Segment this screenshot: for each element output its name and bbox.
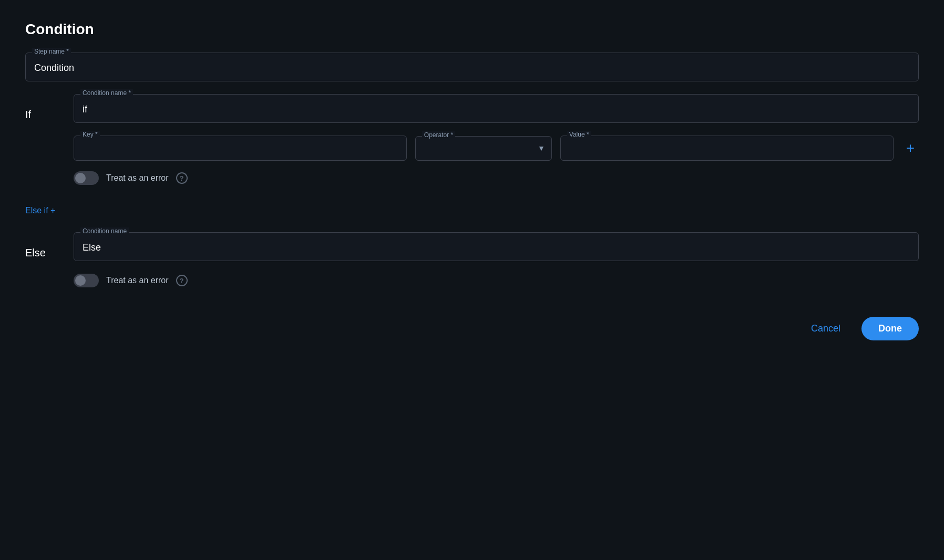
operator-field: Operator * Equals Not Equals Contains Gr… <box>415 136 552 161</box>
else-section: Else Condition name Treat as an error ? <box>25 232 919 292</box>
value-field: Value * <box>560 136 894 161</box>
else-label: Else <box>25 232 57 259</box>
else-if-button[interactable]: Else if + <box>25 206 55 215</box>
step-name-field: Step name * <box>25 53 919 81</box>
treat-as-error-1-row: Treat as an error ? <box>74 171 919 185</box>
done-button[interactable]: Done <box>861 317 919 340</box>
if-content: Condition name * Key * Operator * Equals… <box>74 94 919 189</box>
if-condition-name-input[interactable] <box>74 95 918 122</box>
value-input[interactable] <box>561 136 893 160</box>
else-content: Condition name Treat as an error ? <box>74 232 919 292</box>
operator-select[interactable]: Equals Not Equals Contains Greater Than … <box>416 137 551 160</box>
key-operator-value-row: Key * Operator * Equals Not Equals Conta… <box>74 136 919 161</box>
treat-as-error-2-toggle[interactable] <box>74 274 99 287</box>
step-name-label: Step name * <box>32 48 71 55</box>
if-condition-name-wrapper: Condition name * <box>74 94 919 123</box>
toggle-2-thumb <box>75 275 86 286</box>
value-label: Value * <box>567 131 591 138</box>
if-condition-name-label: Condition name * <box>80 89 133 97</box>
else-condition-name-input[interactable] <box>74 233 918 261</box>
if-section: If Condition name * Key * Operator * Equ… <box>25 94 919 189</box>
operator-label: Operator * <box>422 131 455 139</box>
page-title: Condition <box>25 21 919 38</box>
step-name-input[interactable] <box>26 53 918 81</box>
else-condition-name-field: Condition name <box>74 232 919 261</box>
else-condition-name-wrapper: Condition name <box>74 232 919 261</box>
treat-as-error-1-toggle[interactable] <box>74 171 99 185</box>
key-field: Key * <box>74 136 407 161</box>
key-label: Key * <box>80 131 100 138</box>
key-input[interactable] <box>74 136 406 160</box>
if-label: If <box>25 94 57 121</box>
step-name-field-group: Step name * <box>25 53 919 81</box>
toggle-2-track <box>74 274 99 287</box>
treat-as-error-2-label: Treat as an error <box>106 276 169 285</box>
treat-as-error-2-row: Treat as an error ? <box>74 274 919 287</box>
treat-as-error-1-help-icon[interactable]: ? <box>176 172 188 184</box>
toggle-1-track <box>74 171 99 185</box>
footer-actions: Cancel Done <box>25 317 919 340</box>
cancel-button[interactable]: Cancel <box>803 317 849 340</box>
add-condition-button[interactable]: + <box>902 137 919 160</box>
if-condition-name-field: Condition name * <box>74 94 919 123</box>
treat-as-error-2-help-icon[interactable]: ? <box>176 275 188 286</box>
treat-as-error-1-label: Treat as an error <box>106 173 169 183</box>
toggle-1-thumb <box>75 173 86 183</box>
else-condition-name-label: Condition name <box>80 227 129 235</box>
